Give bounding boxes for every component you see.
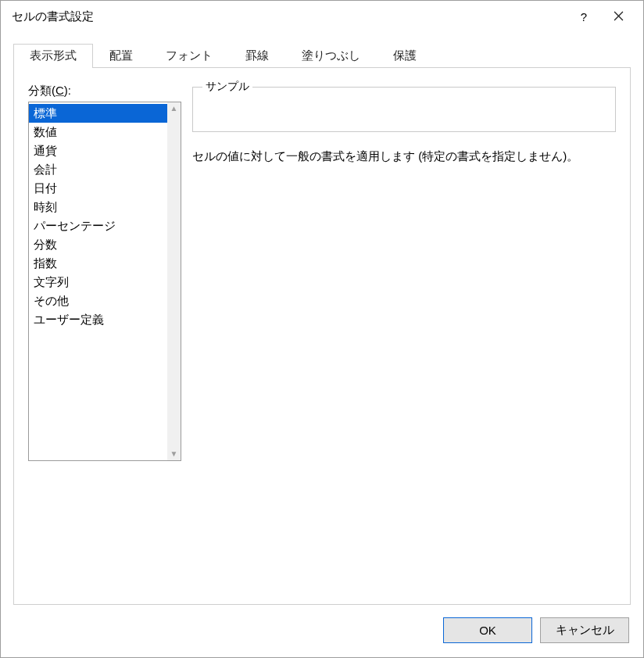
dialog-button-row: OK キャンセル	[1, 617, 643, 657]
category-item-special[interactable]: その他	[29, 291, 167, 310]
category-label: 分類(C):	[28, 84, 181, 98]
close-icon	[614, 10, 624, 23]
category-item-scientific[interactable]: 指数	[29, 254, 167, 273]
category-item-fraction[interactable]: 分数	[29, 235, 167, 254]
tab-bar: 表示形式 配置 フォント 罫線 塗りつぶし 保護	[1, 43, 643, 68]
help-button[interactable]: ?	[567, 5, 601, 28]
ok-button[interactable]: OK	[443, 617, 532, 643]
category-item-text[interactable]: 文字列	[29, 273, 167, 291]
close-button[interactable]	[601, 5, 635, 28]
tab-protection[interactable]: 保護	[377, 44, 433, 68]
category-item-time[interactable]: 時刻	[29, 198, 167, 216]
scroll-up-icon[interactable]: ▲	[170, 104, 178, 113]
cancel-button[interactable]: キャンセル	[540, 617, 629, 643]
tab-font[interactable]: フォント	[149, 44, 229, 68]
category-item-number[interactable]: 数値	[29, 123, 167, 141]
category-item-date[interactable]: 日付	[29, 179, 167, 198]
category-item-accounting[interactable]: 会計	[29, 160, 167, 179]
question-icon: ?	[581, 10, 587, 23]
tab-border[interactable]: 罫線	[229, 44, 285, 68]
category-item-custom[interactable]: ユーザー定義	[29, 310, 167, 329]
format-description: セルの値に対して一般の書式を適用します (特定の書式を指定しません)。	[192, 149, 616, 164]
tab-content: 分類(C): 標準 数値 通貨 会計 日付 時刻 パーセンテージ 分数 指数 文…	[13, 68, 631, 605]
dialog-title: セルの書式設定	[12, 9, 567, 24]
sample-frame: サンプル	[192, 87, 616, 132]
tab-fill[interactable]: 塗りつぶし	[285, 44, 377, 68]
listbox-scrollbar[interactable]: ▲ ▼	[167, 102, 181, 460]
category-item-general[interactable]: 標準	[29, 104, 167, 123]
tab-number-format[interactable]: 表示形式	[13, 44, 93, 68]
tab-alignment[interactable]: 配置	[93, 44, 149, 68]
category-item-currency[interactable]: 通貨	[29, 141, 167, 160]
category-listbox[interactable]: 標準 数値 通貨 会計 日付 時刻 パーセンテージ 分数 指数 文字列 その他 …	[28, 102, 181, 461]
sample-caption: サンプル	[202, 80, 252, 94]
scroll-down-icon[interactable]: ▼	[170, 449, 178, 459]
dialog-titlebar: セルの書式設定 ?	[1, 1, 643, 32]
category-item-percentage[interactable]: パーセンテージ	[29, 216, 167, 235]
